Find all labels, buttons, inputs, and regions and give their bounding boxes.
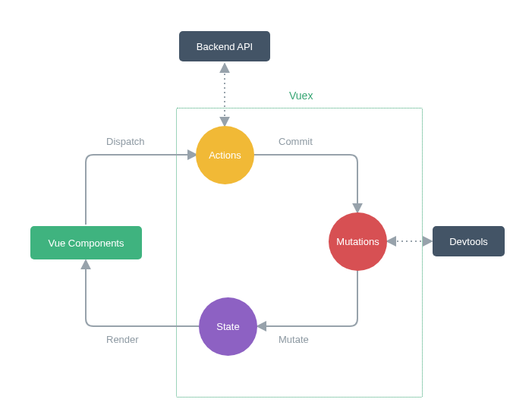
edge-label-mutate: Mutate <box>279 334 309 345</box>
node-devtools-label: Devtools <box>449 236 488 247</box>
node-vue-components-label: Vue Components <box>49 237 124 249</box>
edge-label-dispatch: Dispatch <box>106 136 145 147</box>
node-vue-components: Vue Components <box>30 226 142 259</box>
edge-label-commit: Commit <box>279 136 313 147</box>
node-devtools: Devtools <box>433 226 505 256</box>
node-actions: Actions <box>196 126 254 184</box>
edge-label-render: Render <box>106 334 139 345</box>
vuex-container-label: Vuex <box>289 90 313 102</box>
node-backend-api: Backend API <box>179 31 270 61</box>
node-actions-label: Actions <box>209 149 241 161</box>
node-state: State <box>199 297 257 356</box>
node-mutations: Mutations <box>329 212 387 271</box>
node-backend-api-label: Backend API <box>197 41 253 52</box>
node-state-label: State <box>216 321 239 332</box>
node-mutations-label: Mutations <box>336 236 379 247</box>
